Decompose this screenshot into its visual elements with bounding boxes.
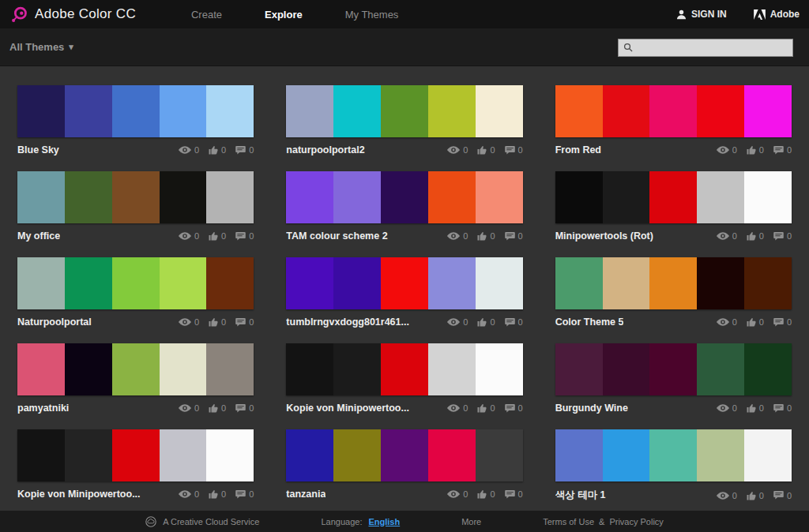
theme-name[interactable]: Kopie von Minipowertoo... bbox=[286, 403, 409, 414]
color-swatch[interactable] bbox=[65, 343, 112, 395]
app-logo[interactable]: Adobe Color CC bbox=[11, 6, 136, 23]
theme-card[interactable]: From Red 0 0 0 bbox=[555, 85, 792, 155]
color-swatch[interactable] bbox=[744, 171, 792, 223]
theme-card[interactable]: tumblrngvxdogg801r461... 0 0 0 bbox=[286, 257, 522, 328]
color-swatch[interactable] bbox=[476, 257, 523, 309]
color-swatch[interactable] bbox=[112, 257, 160, 309]
color-swatch[interactable] bbox=[428, 429, 476, 481]
color-swatch[interactable] bbox=[428, 343, 476, 395]
color-swatch[interactable] bbox=[17, 257, 65, 309]
color-swatch[interactable] bbox=[476, 343, 523, 395]
theme-card[interactable]: My office 0 0 0 bbox=[17, 171, 254, 242]
color-swatch[interactable] bbox=[428, 171, 476, 223]
color-swatch[interactable] bbox=[428, 257, 476, 309]
color-swatch[interactable] bbox=[333, 429, 381, 481]
color-swatch[interactable] bbox=[333, 85, 381, 137]
color-swatch[interactable] bbox=[112, 343, 160, 395]
color-swatch[interactable] bbox=[603, 429, 650, 481]
search-input[interactable] bbox=[634, 43, 788, 54]
color-swatch[interactable] bbox=[333, 257, 381, 309]
theme-name[interactable]: From Red bbox=[555, 144, 601, 155]
color-swatch[interactable] bbox=[555, 429, 603, 481]
color-swatch[interactable] bbox=[649, 171, 697, 223]
theme-card[interactable]: Kopie von Minipowertoo... 0 0 0 bbox=[286, 343, 522, 414]
color-swatch[interactable] bbox=[17, 171, 65, 223]
color-swatch[interactable] bbox=[381, 85, 428, 137]
color-swatch[interactable] bbox=[17, 343, 65, 395]
color-swatch[interactable] bbox=[65, 171, 112, 223]
color-swatch[interactable] bbox=[744, 343, 792, 395]
theme-card[interactable]: Color Theme 5 0 0 0 bbox=[555, 257, 792, 328]
theme-card[interactable]: pamyatniki 0 0 0 bbox=[17, 343, 254, 414]
color-swatch[interactable] bbox=[160, 85, 207, 137]
color-swatch[interactable] bbox=[649, 429, 697, 481]
color-swatch[interactable] bbox=[112, 429, 160, 481]
theme-name[interactable]: pamyatniki bbox=[17, 403, 69, 414]
theme-card[interactable]: Kopie von Minipowertoo... 0 0 0 bbox=[17, 429, 254, 502]
theme-card[interactable]: Naturpoolportal 0 0 0 bbox=[17, 257, 254, 328]
color-swatch[interactable] bbox=[286, 429, 333, 481]
color-swatch[interactable] bbox=[65, 429, 112, 481]
theme-name[interactable]: Blue Sky bbox=[17, 144, 59, 155]
color-swatch[interactable] bbox=[603, 343, 650, 395]
color-swatch[interactable] bbox=[649, 85, 697, 137]
terms-link[interactable]: Terms of Use bbox=[543, 517, 594, 526]
color-swatch[interactable] bbox=[381, 429, 428, 481]
color-swatch[interactable] bbox=[603, 85, 650, 137]
theme-card[interactable]: naturpoolportal2 0 0 0 bbox=[286, 85, 522, 155]
sign-in-button[interactable]: SIGN IN bbox=[676, 9, 727, 20]
color-swatch[interactable] bbox=[206, 429, 254, 481]
theme-name[interactable]: Naturpoolportal bbox=[17, 317, 92, 328]
color-swatch[interactable] bbox=[555, 85, 603, 137]
color-swatch[interactable] bbox=[697, 343, 744, 395]
theme-card[interactable]: 색상 테마 1 0 0 0 bbox=[555, 429, 792, 502]
language-link[interactable]: English bbox=[368, 517, 400, 526]
color-swatch[interactable] bbox=[206, 171, 254, 223]
color-swatch[interactable] bbox=[286, 343, 333, 395]
theme-palette[interactable] bbox=[555, 429, 792, 481]
theme-name[interactable]: Kopie von Minipowertoo... bbox=[17, 489, 141, 500]
theme-palette[interactable] bbox=[17, 171, 254, 223]
theme-name[interactable]: tanzania bbox=[286, 489, 325, 500]
theme-palette[interactable] bbox=[286, 343, 522, 395]
color-swatch[interactable] bbox=[286, 257, 333, 309]
color-swatch[interactable] bbox=[476, 429, 523, 481]
color-swatch[interactable] bbox=[555, 171, 603, 223]
theme-palette[interactable] bbox=[17, 343, 254, 395]
color-swatch[interactable] bbox=[476, 85, 523, 137]
color-swatch[interactable] bbox=[697, 85, 744, 137]
color-swatch[interactable] bbox=[160, 429, 207, 481]
theme-name[interactable]: Minipowertools (Rot) bbox=[555, 230, 653, 242]
color-swatch[interactable] bbox=[555, 343, 603, 395]
color-swatch[interactable] bbox=[381, 257, 428, 309]
color-swatch[interactable] bbox=[744, 85, 792, 137]
color-swatch[interactable] bbox=[697, 257, 744, 309]
theme-palette[interactable] bbox=[555, 85, 792, 137]
color-swatch[interactable] bbox=[333, 171, 381, 223]
color-swatch[interactable] bbox=[286, 85, 333, 137]
color-swatch[interactable] bbox=[603, 257, 650, 309]
all-themes-dropdown[interactable]: All Themes ▾ bbox=[9, 41, 73, 53]
color-swatch[interactable] bbox=[744, 429, 792, 481]
theme-palette[interactable] bbox=[286, 85, 522, 137]
color-swatch[interactable] bbox=[744, 257, 792, 309]
theme-name[interactable]: My office bbox=[17, 230, 60, 242]
search-box[interactable] bbox=[618, 39, 793, 57]
theme-card[interactable]: Blue Sky 0 0 0 bbox=[17, 85, 254, 155]
color-swatch[interactable] bbox=[381, 171, 428, 223]
theme-card[interactable]: Burgundy Wine 0 0 0 bbox=[555, 343, 792, 414]
theme-palette[interactable] bbox=[555, 171, 792, 223]
theme-palette[interactable] bbox=[17, 85, 254, 137]
theme-name[interactable]: Burgundy Wine bbox=[555, 403, 628, 414]
theme-card[interactable]: tanzania 0 0 0 bbox=[286, 429, 522, 502]
color-swatch[interactable] bbox=[428, 85, 476, 137]
color-swatch[interactable] bbox=[112, 85, 160, 137]
color-swatch[interactable] bbox=[65, 257, 112, 309]
color-swatch[interactable] bbox=[381, 343, 428, 395]
theme-palette[interactable] bbox=[17, 257, 254, 309]
color-swatch[interactable] bbox=[649, 343, 697, 395]
color-swatch[interactable] bbox=[206, 85, 254, 137]
color-swatch[interactable] bbox=[286, 171, 333, 223]
color-swatch[interactable] bbox=[160, 257, 207, 309]
color-swatch[interactable] bbox=[555, 257, 603, 309]
